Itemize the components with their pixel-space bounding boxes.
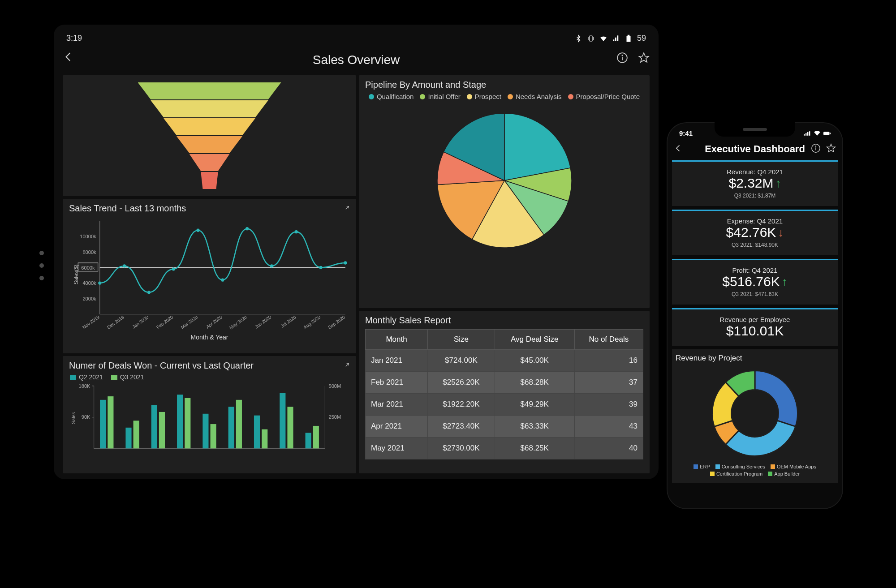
favorite-button[interactable] <box>638 52 650 65</box>
back-button[interactable] <box>63 51 74 64</box>
kpi-card[interactable]: Revenue per Employee $110.01K <box>672 308 838 346</box>
table-cell: $63.33K <box>495 416 574 438</box>
column-header[interactable]: Month <box>366 330 428 350</box>
star-icon <box>638 52 650 64</box>
svg-text:10000k: 10000k <box>80 234 96 239</box>
kpi-value: $42.76K↓ <box>676 225 833 240</box>
vibrate-icon <box>587 34 595 43</box>
panel-title: Sales Trend - Last 13 months <box>69 203 350 214</box>
phone-info-button[interactable] <box>811 143 821 155</box>
column-header[interactable]: Avg Deal Size <box>495 330 574 350</box>
info-button[interactable] <box>616 52 628 65</box>
table-cell: 40 <box>574 438 643 459</box>
svg-rect-54 <box>228 407 234 448</box>
svg-rect-57 <box>262 429 267 449</box>
kpi-label: Revenue per Employee <box>676 316 833 323</box>
funnel-segment <box>177 136 242 153</box>
donut-legend: ERPConsulting ServicesOEM Mobile AppsCer… <box>676 464 834 479</box>
phone-notch <box>715 122 795 137</box>
legend-item: Qualification <box>369 93 414 100</box>
kpi-subtext: Q3 2021: $471.63K <box>676 291 833 297</box>
svg-rect-66 <box>823 132 830 135</box>
kpi-card[interactable]: Revenue: Q4 2021 $2.32M↑ Q3 2021: $1.87M <box>672 160 838 206</box>
kpi-card[interactable]: Profit: Q4 2021 $516.76K↑ Q3 2021: $471.… <box>672 259 838 305</box>
svg-rect-49 <box>159 412 165 448</box>
kpi-card[interactable]: Expense: Q4 2021 $42.76K↓ Q3 2021: $148.… <box>672 210 838 255</box>
kpi-value: $2.32M↑ <box>676 176 833 191</box>
table-cell: 39 <box>574 394 643 416</box>
revenue-by-project-panel[interactable]: Revenue by Project ERPConsulting Service… <box>672 349 838 483</box>
table-row[interactable]: Feb 2021$2526.20K$68.28K37 <box>366 372 643 394</box>
svg-point-16 <box>123 264 126 267</box>
svg-text:May 2020: May 2020 <box>228 314 248 330</box>
funnel-segment <box>151 100 268 117</box>
monthly-sales-panel[interactable]: Monthly Sales Report MonthSizeAvg Deal S… <box>359 311 650 473</box>
svg-rect-2 <box>628 34 630 35</box>
table-row[interactable]: Mar 2021$1922.20K$49.29K39 <box>366 394 643 416</box>
svg-point-18 <box>172 267 175 270</box>
table-row[interactable]: Apr 2021$2723.40K$63.33K43 <box>366 416 643 438</box>
svg-point-22 <box>270 264 273 267</box>
battery-icon <box>823 131 831 136</box>
svg-rect-46 <box>125 428 131 449</box>
app-header: Sales Overview <box>63 49 650 71</box>
table-cell: 43 <box>574 416 643 438</box>
table-cell: $724.00K <box>428 350 495 372</box>
info-icon <box>616 52 628 64</box>
table-cell: $45.00K <box>495 350 574 372</box>
svg-rect-65 <box>809 131 810 136</box>
pipeline-panel[interactable]: Pipeline By Amount and Stage Qualificati… <box>359 75 650 308</box>
expand-button[interactable] <box>344 361 351 370</box>
funnel-chart <box>138 82 281 189</box>
svg-text:Aug 2020: Aug 2020 <box>303 314 322 330</box>
svg-point-15 <box>98 281 101 284</box>
svg-rect-58 <box>280 393 285 448</box>
status-time: 3:19 <box>66 34 82 43</box>
svg-text:Apr 2020: Apr 2020 <box>205 314 223 330</box>
funnel-segment <box>138 82 281 99</box>
svg-marker-71 <box>827 144 835 152</box>
legend-item: Needs Analysis <box>508 93 562 100</box>
svg-rect-56 <box>254 416 260 449</box>
table-row[interactable]: Jan 2021$724.00K$45.00K16 <box>366 350 643 372</box>
legend-item: Q2 2021 <box>70 373 103 381</box>
legend-item: Proposal/Price Quote <box>568 93 640 100</box>
svg-rect-51 <box>185 398 190 448</box>
svg-text:Dec 2019: Dec 2019 <box>106 314 125 330</box>
svg-text:8000k: 8000k <box>82 249 96 255</box>
table-cell: $2526.20K <box>428 372 495 394</box>
table-cell: Jan 2021 <box>366 350 428 372</box>
table-cell: 16 <box>574 350 643 372</box>
svg-rect-50 <box>177 395 183 448</box>
svg-point-25 <box>344 261 347 264</box>
svg-text:Jul 2020: Jul 2020 <box>280 314 297 329</box>
table-row[interactable]: May 2021$2730.00K$68.25K40 <box>366 438 643 459</box>
deals-panel[interactable]: Numer of Deals Won - Current vs Last Qua… <box>63 356 356 473</box>
svg-text:90K: 90K <box>82 415 91 420</box>
funnel-segment <box>201 172 218 189</box>
table-cell: Mar 2021 <box>366 394 428 416</box>
phone-back-button[interactable] <box>674 144 683 155</box>
expand-button[interactable] <box>344 204 351 213</box>
column-header[interactable]: Size <box>428 330 495 350</box>
kpi-stack: Revenue: Q4 2021 $2.32M↑ Q3 2021: $1.87M… <box>672 160 838 349</box>
column-header[interactable]: No of Deals <box>574 330 643 350</box>
kpi-label: Profit: Q4 2021 <box>676 266 833 274</box>
sales-trend-panel[interactable]: Sales Trend - Last 13 months Sales($) 20… <box>63 199 356 353</box>
legend-item: App Builder <box>768 471 800 476</box>
table-cell: $68.28K <box>495 372 574 394</box>
tablet-device: 3:19 59 Sales Overview <box>54 25 659 479</box>
legend-item: Consulting Services <box>715 464 765 469</box>
panel-title: Pipeline By Amount and Stage <box>365 80 643 90</box>
svg-text:4000k: 4000k <box>82 280 96 286</box>
svg-point-20 <box>221 278 224 281</box>
svg-text:Nov 2019: Nov 2019 <box>82 314 100 330</box>
svg-text:6000k: 6000k <box>81 265 95 270</box>
kpi-value: $110.01K <box>676 323 833 339</box>
svg-text:Mar 2020: Mar 2020 <box>180 314 198 330</box>
phone-favorite-button[interactable] <box>826 143 836 155</box>
svg-text:Jan 2020: Jan 2020 <box>131 314 150 330</box>
battery-percent: 59 <box>637 34 646 43</box>
funnel-panel[interactable] <box>63 75 356 196</box>
phone-header: Executive Dashboard <box>672 143 838 155</box>
